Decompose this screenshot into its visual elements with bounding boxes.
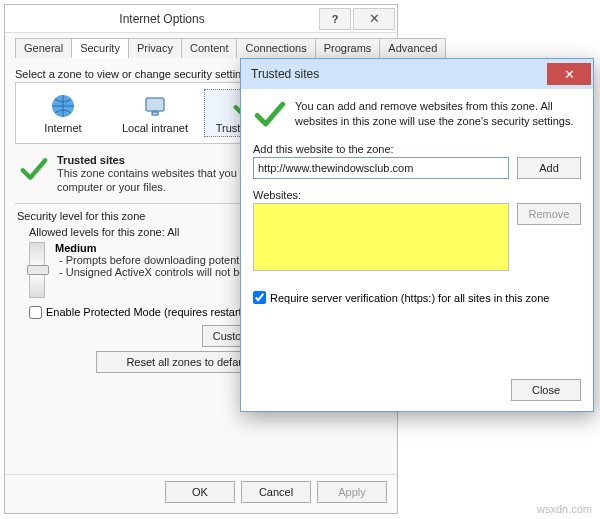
ts-titlebar: Trusted sites ✕ — [241, 59, 593, 89]
zone-local-intranet[interactable]: Local intranet — [112, 89, 198, 137]
ts-footer: Close — [511, 379, 581, 401]
ts-title: Trusted sites — [251, 67, 319, 81]
remove-button[interactable]: Remove — [517, 203, 581, 225]
add-button[interactable]: Add — [517, 157, 581, 179]
ts-message: You can add and remove websites from thi… — [295, 99, 581, 131]
websites-row: Remove — [253, 203, 581, 277]
ok-button[interactable]: OK — [165, 481, 235, 503]
zone-internet-label: Internet — [23, 122, 103, 134]
svg-rect-2 — [152, 112, 158, 115]
require-https-checkbox[interactable] — [253, 291, 266, 304]
tab-connections[interactable]: Connections — [236, 38, 315, 58]
ts-message-row: You can add and remove websites from thi… — [253, 99, 581, 131]
tab-programs[interactable]: Programs — [315, 38, 381, 58]
require-https-row[interactable]: Require server verification (https:) for… — [253, 291, 581, 304]
websites-listbox[interactable] — [253, 203, 509, 271]
io-titlebar: Internet Options ? ✕ — [5, 5, 397, 33]
close-button[interactable]: Close — [511, 379, 581, 401]
protected-mode-checkbox[interactable] — [29, 306, 42, 319]
globe-icon — [23, 92, 103, 120]
add-website-input[interactable] — [253, 157, 509, 179]
watermark: wsxdn.com — [535, 503, 594, 515]
ts-close-button[interactable]: ✕ — [547, 63, 591, 85]
zone-local-intranet-label: Local intranet — [115, 122, 195, 134]
check-icon — [253, 99, 287, 131]
help-button[interactable]: ? — [319, 8, 351, 30]
io-tabstrip: General Security Privacy Content Connect… — [15, 37, 387, 58]
tab-privacy[interactable]: Privacy — [128, 38, 182, 58]
zone-internet[interactable]: Internet — [20, 89, 106, 137]
io-footer-buttons: OK Cancel Apply — [5, 474, 397, 513]
ts-body: You can add and remove websites from thi… — [241, 89, 593, 411]
tab-security[interactable]: Security — [71, 38, 129, 58]
check-icon — [19, 154, 49, 184]
cancel-button[interactable]: Cancel — [241, 481, 311, 503]
io-close-button[interactable]: ✕ — [353, 8, 395, 30]
security-level-slider[interactable] — [29, 242, 45, 298]
websites-label: Websites: — [253, 189, 581, 201]
add-website-label: Add this website to the zone: — [253, 143, 581, 155]
svg-rect-1 — [146, 98, 164, 111]
io-title: Internet Options — [5, 12, 319, 26]
tab-general[interactable]: General — [15, 38, 72, 58]
monitor-icon — [115, 92, 195, 120]
apply-button[interactable]: Apply — [317, 481, 387, 503]
tab-content[interactable]: Content — [181, 38, 238, 58]
tab-advanced[interactable]: Advanced — [379, 38, 446, 58]
require-https-label: Require server verification (https:) for… — [270, 292, 549, 304]
trusted-sites-dialog: Trusted sites ✕ You can add and remove w… — [240, 58, 594, 412]
add-website-row: Add — [253, 157, 581, 179]
